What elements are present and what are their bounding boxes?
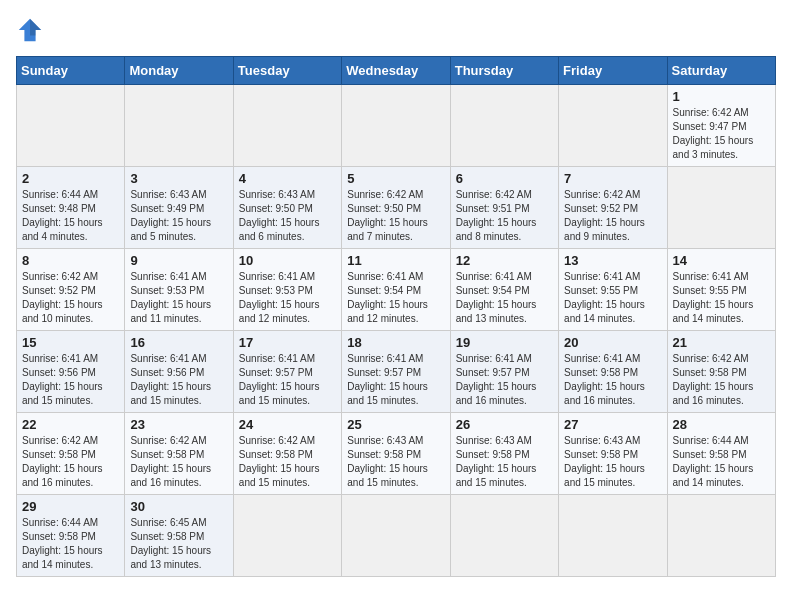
day-cell: 18Sunrise: 6:41 AMSunset: 9:57 PMDayligh… bbox=[342, 331, 450, 413]
empty-day-cell bbox=[667, 167, 775, 249]
day-cell: 7Sunrise: 6:42 AMSunset: 9:52 PMDaylight… bbox=[559, 167, 667, 249]
empty-day-cell bbox=[125, 85, 233, 167]
day-info: Sunrise: 6:41 AMSunset: 9:56 PMDaylight:… bbox=[22, 353, 103, 406]
day-info: Sunrise: 6:42 AMSunset: 9:50 PMDaylight:… bbox=[347, 189, 428, 242]
day-info: Sunrise: 6:41 AMSunset: 9:54 PMDaylight:… bbox=[347, 271, 428, 324]
calendar-body: 1Sunrise: 6:42 AMSunset: 9:47 PMDaylight… bbox=[17, 85, 776, 577]
day-number: 29 bbox=[22, 499, 119, 514]
day-number: 4 bbox=[239, 171, 336, 186]
day-info: Sunrise: 6:42 AMSunset: 9:51 PMDaylight:… bbox=[456, 189, 537, 242]
day-number: 6 bbox=[456, 171, 553, 186]
day-number: 8 bbox=[22, 253, 119, 268]
day-cell: 6Sunrise: 6:42 AMSunset: 9:51 PMDaylight… bbox=[450, 167, 558, 249]
day-info: Sunrise: 6:41 AMSunset: 9:57 PMDaylight:… bbox=[456, 353, 537, 406]
day-info: Sunrise: 6:41 AMSunset: 9:58 PMDaylight:… bbox=[564, 353, 645, 406]
day-cell: 11Sunrise: 6:41 AMSunset: 9:54 PMDayligh… bbox=[342, 249, 450, 331]
day-number: 17 bbox=[239, 335, 336, 350]
day-cell: 5Sunrise: 6:42 AMSunset: 9:50 PMDaylight… bbox=[342, 167, 450, 249]
day-cell: 12Sunrise: 6:41 AMSunset: 9:54 PMDayligh… bbox=[450, 249, 558, 331]
day-number: 12 bbox=[456, 253, 553, 268]
day-cell: 1Sunrise: 6:42 AMSunset: 9:47 PMDaylight… bbox=[667, 85, 775, 167]
calendar-table: SundayMondayTuesdayWednesdayThursdayFrid… bbox=[16, 56, 776, 577]
day-number: 3 bbox=[130, 171, 227, 186]
day-number: 27 bbox=[564, 417, 661, 432]
week-row-3: 8Sunrise: 6:42 AMSunset: 9:52 PMDaylight… bbox=[17, 249, 776, 331]
day-number: 10 bbox=[239, 253, 336, 268]
week-row-2: 2Sunrise: 6:44 AMSunset: 9:48 PMDaylight… bbox=[17, 167, 776, 249]
day-number: 9 bbox=[130, 253, 227, 268]
week-row-5: 22Sunrise: 6:42 AMSunset: 9:58 PMDayligh… bbox=[17, 413, 776, 495]
day-cell: 16Sunrise: 6:41 AMSunset: 9:56 PMDayligh… bbox=[125, 331, 233, 413]
day-number: 26 bbox=[456, 417, 553, 432]
day-cell: 23Sunrise: 6:42 AMSunset: 9:58 PMDayligh… bbox=[125, 413, 233, 495]
day-cell: 3Sunrise: 6:43 AMSunset: 9:49 PMDaylight… bbox=[125, 167, 233, 249]
day-cell: 9Sunrise: 6:41 AMSunset: 9:53 PMDaylight… bbox=[125, 249, 233, 331]
day-info: Sunrise: 6:43 AMSunset: 9:58 PMDaylight:… bbox=[456, 435, 537, 488]
day-number: 5 bbox=[347, 171, 444, 186]
header-cell-thursday: Thursday bbox=[450, 57, 558, 85]
header bbox=[16, 16, 776, 44]
day-info: Sunrise: 6:44 AMSunset: 9:58 PMDaylight:… bbox=[673, 435, 754, 488]
day-cell: 25Sunrise: 6:43 AMSunset: 9:58 PMDayligh… bbox=[342, 413, 450, 495]
day-cell: 2Sunrise: 6:44 AMSunset: 9:48 PMDaylight… bbox=[17, 167, 125, 249]
day-info: Sunrise: 6:43 AMSunset: 9:49 PMDaylight:… bbox=[130, 189, 211, 242]
day-cell: 22Sunrise: 6:42 AMSunset: 9:58 PMDayligh… bbox=[17, 413, 125, 495]
header-cell-monday: Monday bbox=[125, 57, 233, 85]
header-cell-tuesday: Tuesday bbox=[233, 57, 341, 85]
logo bbox=[16, 16, 48, 44]
empty-day-cell bbox=[559, 85, 667, 167]
empty-day-cell bbox=[450, 85, 558, 167]
day-info: Sunrise: 6:42 AMSunset: 9:58 PMDaylight:… bbox=[130, 435, 211, 488]
day-number: 22 bbox=[22, 417, 119, 432]
day-number: 11 bbox=[347, 253, 444, 268]
day-cell: 8Sunrise: 6:42 AMSunset: 9:52 PMDaylight… bbox=[17, 249, 125, 331]
day-number: 28 bbox=[673, 417, 770, 432]
day-info: Sunrise: 6:43 AMSunset: 9:58 PMDaylight:… bbox=[347, 435, 428, 488]
day-number: 20 bbox=[564, 335, 661, 350]
day-cell: 27Sunrise: 6:43 AMSunset: 9:58 PMDayligh… bbox=[559, 413, 667, 495]
day-number: 13 bbox=[564, 253, 661, 268]
day-number: 25 bbox=[347, 417, 444, 432]
day-number: 23 bbox=[130, 417, 227, 432]
day-cell: 14Sunrise: 6:41 AMSunset: 9:55 PMDayligh… bbox=[667, 249, 775, 331]
day-number: 15 bbox=[22, 335, 119, 350]
day-info: Sunrise: 6:45 AMSunset: 9:58 PMDaylight:… bbox=[130, 517, 211, 570]
day-cell: 21Sunrise: 6:42 AMSunset: 9:58 PMDayligh… bbox=[667, 331, 775, 413]
day-info: Sunrise: 6:42 AMSunset: 9:58 PMDaylight:… bbox=[22, 435, 103, 488]
day-info: Sunrise: 6:41 AMSunset: 9:54 PMDaylight:… bbox=[456, 271, 537, 324]
day-cell: 20Sunrise: 6:41 AMSunset: 9:58 PMDayligh… bbox=[559, 331, 667, 413]
day-info: Sunrise: 6:41 AMSunset: 9:53 PMDaylight:… bbox=[239, 271, 320, 324]
day-info: Sunrise: 6:43 AMSunset: 9:50 PMDaylight:… bbox=[239, 189, 320, 242]
header-row: SundayMondayTuesdayWednesdayThursdayFrid… bbox=[17, 57, 776, 85]
calendar-header: SundayMondayTuesdayWednesdayThursdayFrid… bbox=[17, 57, 776, 85]
empty-day-cell bbox=[233, 495, 341, 577]
day-cell: 19Sunrise: 6:41 AMSunset: 9:57 PMDayligh… bbox=[450, 331, 558, 413]
week-row-1: 1Sunrise: 6:42 AMSunset: 9:47 PMDaylight… bbox=[17, 85, 776, 167]
day-number: 19 bbox=[456, 335, 553, 350]
day-cell: 29Sunrise: 6:44 AMSunset: 9:58 PMDayligh… bbox=[17, 495, 125, 577]
day-number: 14 bbox=[673, 253, 770, 268]
day-info: Sunrise: 6:41 AMSunset: 9:57 PMDaylight:… bbox=[347, 353, 428, 406]
day-info: Sunrise: 6:44 AMSunset: 9:48 PMDaylight:… bbox=[22, 189, 103, 242]
empty-day-cell bbox=[342, 85, 450, 167]
day-number: 16 bbox=[130, 335, 227, 350]
header-cell-saturday: Saturday bbox=[667, 57, 775, 85]
empty-day-cell bbox=[559, 495, 667, 577]
day-info: Sunrise: 6:41 AMSunset: 9:56 PMDaylight:… bbox=[130, 353, 211, 406]
day-cell: 30Sunrise: 6:45 AMSunset: 9:58 PMDayligh… bbox=[125, 495, 233, 577]
day-cell: 26Sunrise: 6:43 AMSunset: 9:58 PMDayligh… bbox=[450, 413, 558, 495]
day-info: Sunrise: 6:41 AMSunset: 9:55 PMDaylight:… bbox=[673, 271, 754, 324]
day-info: Sunrise: 6:41 AMSunset: 9:57 PMDaylight:… bbox=[239, 353, 320, 406]
day-info: Sunrise: 6:42 AMSunset: 9:58 PMDaylight:… bbox=[239, 435, 320, 488]
day-cell: 17Sunrise: 6:41 AMSunset: 9:57 PMDayligh… bbox=[233, 331, 341, 413]
day-cell: 4Sunrise: 6:43 AMSunset: 9:50 PMDaylight… bbox=[233, 167, 341, 249]
empty-day-cell bbox=[450, 495, 558, 577]
day-cell: 10Sunrise: 6:41 AMSunset: 9:53 PMDayligh… bbox=[233, 249, 341, 331]
svg-marker-1 bbox=[30, 19, 41, 36]
header-cell-friday: Friday bbox=[559, 57, 667, 85]
empty-day-cell bbox=[233, 85, 341, 167]
day-info: Sunrise: 6:44 AMSunset: 9:58 PMDaylight:… bbox=[22, 517, 103, 570]
day-number: 18 bbox=[347, 335, 444, 350]
logo-icon bbox=[16, 16, 44, 44]
day-cell: 28Sunrise: 6:44 AMSunset: 9:58 PMDayligh… bbox=[667, 413, 775, 495]
